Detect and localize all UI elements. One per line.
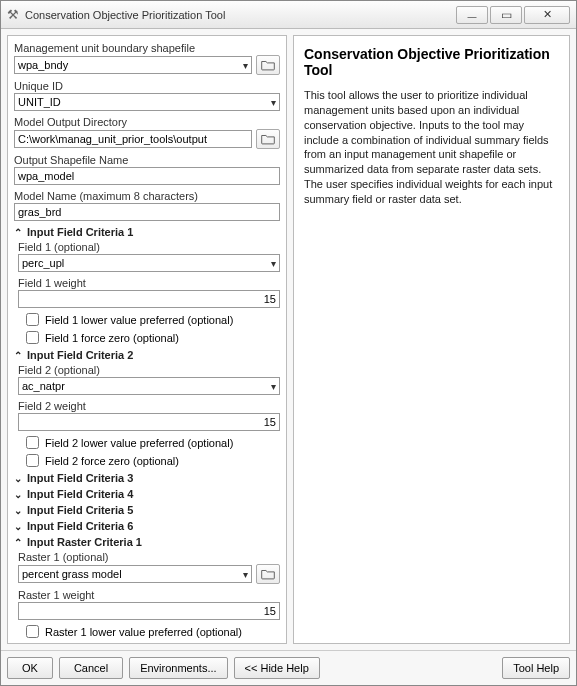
field1-weight-label: Field 1 weight — [18, 277, 280, 289]
model-output-dir-input[interactable] — [14, 130, 252, 148]
field2-force-checkbox[interactable] — [26, 454, 39, 467]
raster1-lower-checkbox[interactable] — [26, 625, 39, 638]
field1-force-checkbox[interactable] — [26, 331, 39, 344]
collapse-icon: ⌄ — [14, 473, 24, 484]
field1-weight-input[interactable] — [18, 290, 280, 308]
maximize-button[interactable] — [490, 6, 522, 24]
raster1-weight-label: Raster 1 weight — [18, 589, 280, 601]
section-field-criteria-3[interactable]: ⌄ Input Field Criteria 3 — [14, 472, 280, 484]
raster1-force-label: Raster 1 force zero (optional) — [45, 644, 187, 645]
app-icon: ⚒ — [7, 7, 19, 22]
section-raster-criteria-1[interactable]: ⌃ Input Raster Criteria 1 — [14, 536, 280, 548]
model-output-dir-label: Model Output Directory — [14, 116, 280, 128]
field2-lower-checkbox[interactable] — [26, 436, 39, 449]
field1-lower-label: Field 1 lower value preferred (optional) — [45, 314, 233, 326]
close-button[interactable] — [524, 6, 570, 24]
field2-input[interactable] — [18, 377, 280, 395]
raster1-label: Raster 1 (optional) — [18, 551, 280, 563]
browse-output-dir[interactable] — [256, 129, 280, 149]
collapse-icon: ⌄ — [14, 505, 24, 516]
unique-id-input[interactable] — [14, 93, 280, 111]
section-field-criteria-2[interactable]: ⌃ Input Field Criteria 2 — [14, 349, 280, 361]
raster1-input[interactable] — [18, 565, 252, 583]
tool-help-button[interactable]: Tool Help — [502, 657, 570, 679]
collapse-icon: ⌄ — [14, 489, 24, 500]
mgmt-unit-label: Management unit boundary shapefile — [14, 42, 280, 54]
raster1-weight-input[interactable] — [18, 602, 280, 620]
ok-button[interactable]: OK — [7, 657, 53, 679]
button-bar: OK Cancel Environments... << Hide Help T… — [1, 650, 576, 685]
field2-weight-label: Field 2 weight — [18, 400, 280, 412]
expand-icon: ⌃ — [14, 350, 24, 361]
model-name-label: Model Name (maximum 8 characters) — [14, 190, 280, 202]
field1-input[interactable] — [18, 254, 280, 272]
help-title: Conservation Objective Prioritization To… — [304, 46, 559, 78]
section-field-criteria-5[interactable]: ⌄ Input Field Criteria 5 — [14, 504, 280, 516]
field1-label: Field 1 (optional) — [18, 241, 280, 253]
raster1-lower-label: Raster 1 lower value preferred (optional… — [45, 626, 242, 638]
section-field-criteria-4[interactable]: ⌄ Input Field Criteria 4 — [14, 488, 280, 500]
field2-force-label: Field 2 force zero (optional) — [45, 455, 179, 467]
field2-lower-label: Field 2 lower value preferred (optional) — [45, 437, 233, 449]
section-field-criteria-1[interactable]: ⌃ Input Field Criteria 1 — [14, 226, 280, 238]
minimize-button[interactable] — [456, 6, 488, 24]
form-panel[interactable]: Management unit boundary shapefile Uniqu… — [7, 35, 287, 644]
model-name-input[interactable] — [14, 203, 280, 221]
output-shapefile-label: Output Shapefile Name — [14, 154, 280, 166]
expand-icon: ⌃ — [14, 537, 24, 548]
mgmt-unit-input[interactable] — [14, 56, 252, 74]
browse-raster1[interactable] — [256, 564, 280, 584]
field2-weight-input[interactable] — [18, 413, 280, 431]
browse-mgmt-unit[interactable] — [256, 55, 280, 75]
collapse-icon: ⌄ — [14, 521, 24, 532]
window-title: Conservation Objective Prioritization To… — [25, 9, 448, 21]
field1-force-label: Field 1 force zero (optional) — [45, 332, 179, 344]
section-field-criteria-6[interactable]: ⌄ Input Field Criteria 6 — [14, 520, 280, 532]
field2-label: Field 2 (optional) — [18, 364, 280, 376]
hide-help-button[interactable]: << Hide Help — [234, 657, 320, 679]
cancel-button[interactable]: Cancel — [59, 657, 123, 679]
help-panel: Conservation Objective Prioritization To… — [293, 35, 570, 644]
unique-id-label: Unique ID — [14, 80, 280, 92]
expand-icon: ⌃ — [14, 227, 24, 238]
raster1-force-checkbox[interactable] — [26, 643, 39, 644]
output-shapefile-input[interactable] — [14, 167, 280, 185]
help-body: This tool allows the user to prioritize … — [304, 88, 559, 207]
field1-lower-checkbox[interactable] — [26, 313, 39, 326]
environments-button[interactable]: Environments... — [129, 657, 227, 679]
titlebar: ⚒ Conservation Objective Prioritization … — [1, 1, 576, 29]
